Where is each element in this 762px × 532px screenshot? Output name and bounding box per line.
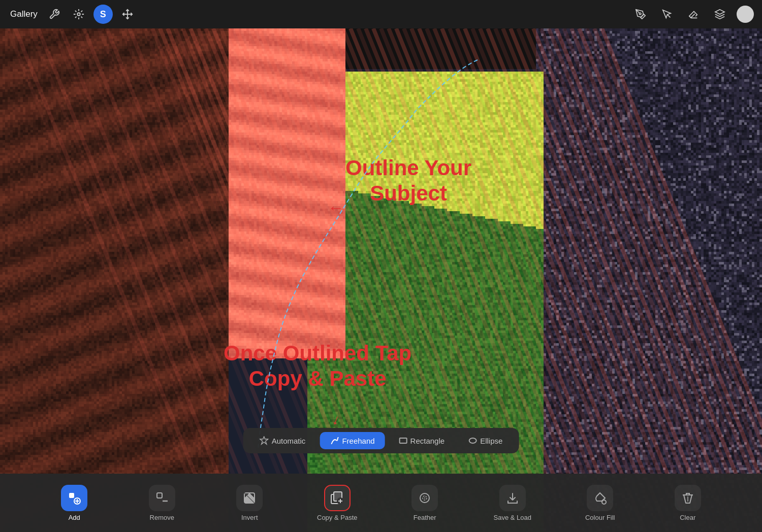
main-canvas [0, 28, 762, 532]
avatar[interactable] [737, 6, 754, 23]
invert-icon [242, 491, 257, 505]
svg-point-3 [639, 13, 641, 15]
ellipse-icon [469, 438, 477, 444]
transform-button[interactable] [118, 5, 137, 24]
rectangle-icon [399, 438, 407, 444]
svg-point-21 [424, 497, 425, 498]
svg-rect-10 [157, 493, 162, 498]
top-toolbar: Gallery S [0, 0, 762, 28]
colour-fill-icon [593, 491, 607, 505]
invert-icon-wrap [236, 485, 263, 511]
canvas-area: .sel-path { fill: none; stroke: rgba(100… [0, 28, 762, 532]
eraser-button[interactable] [684, 5, 703, 24]
freehand-icon [330, 436, 339, 445]
feather-icon-wrap [411, 485, 438, 511]
feather-icon [418, 491, 432, 505]
bottom-toolbar: Add Remove Invert [0, 474, 762, 532]
save-load-icon-wrap [499, 485, 526, 511]
save-load-icon [505, 491, 520, 505]
colour-fill-icon-wrap [587, 485, 613, 511]
pen-icon [635, 9, 646, 20]
selection-mode-toolbar: Automatic Freehand Rectangle Ellipse [243, 428, 519, 453]
svg-marker-5 [260, 437, 268, 444]
add-button[interactable]: Add [54, 485, 94, 521]
copy-paste-button[interactable]: Copy & Paste [317, 485, 358, 521]
svg-point-0 [77, 13, 80, 16]
freehand-btn[interactable]: Freehand [320, 432, 385, 449]
feather-button[interactable]: Feather [404, 485, 445, 521]
rectangle-btn[interactable]: Rectangle [389, 433, 455, 449]
selection-button[interactable]: S [93, 5, 113, 24]
pen-button[interactable] [631, 5, 650, 24]
ellipse-btn[interactable]: Ellipse [459, 433, 513, 449]
adjust-button[interactable] [69, 5, 88, 24]
remove-icon-wrap [149, 485, 175, 511]
eraser-icon [688, 9, 699, 20]
remove-icon [155, 491, 169, 505]
smudge-icon [661, 9, 673, 20]
copy-paste-icon [330, 490, 345, 506]
clear-button[interactable]: Clear [668, 485, 708, 521]
clear-icon [681, 491, 695, 505]
svg-rect-6 [69, 493, 74, 498]
add-icon [67, 491, 81, 505]
layers-button[interactable] [710, 5, 729, 24]
svg-marker-4 [715, 10, 724, 14]
add-icon-wrap [61, 485, 87, 511]
colour-fill-button[interactable]: Colour Fill [580, 485, 620, 521]
gallery-button[interactable]: Gallery [8, 9, 40, 19]
adjustments-icon [73, 9, 84, 20]
wrench-button[interactable] [45, 5, 64, 24]
automatic-icon [260, 436, 269, 445]
transform-icon [122, 9, 133, 20]
clear-icon-wrap [675, 485, 701, 511]
invert-button[interactable]: Invert [229, 485, 270, 521]
copy-paste-icon-wrap [324, 485, 351, 511]
save-load-button[interactable]: Save & Load [492, 485, 533, 521]
wrench-icon [49, 9, 60, 20]
smudge-button[interactable] [657, 5, 677, 24]
automatic-btn[interactable]: Automatic [249, 432, 316, 449]
remove-button[interactable]: Remove [142, 485, 182, 521]
layers-icon [714, 9, 725, 20]
